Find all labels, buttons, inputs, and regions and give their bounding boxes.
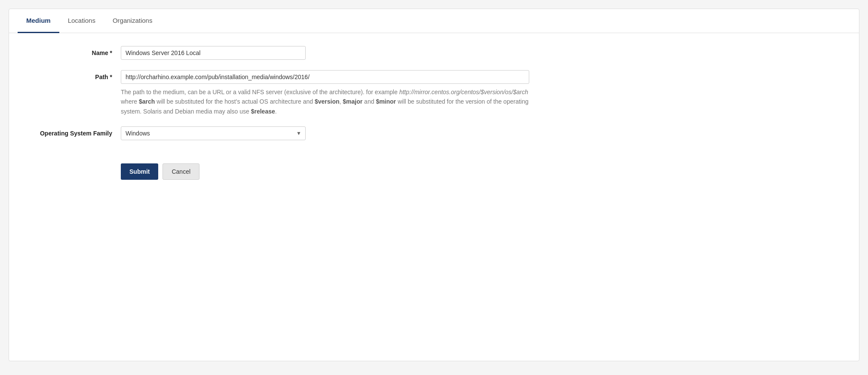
path-row: Path * The path to the medium, can be a …	[26, 70, 842, 116]
cancel-button[interactable]: Cancel	[163, 163, 199, 180]
form-actions: Submit Cancel	[26, 151, 842, 188]
os-family-select-wrapper: Altlinux Arch Coreos Debian Freebsd Gent…	[121, 126, 306, 140]
tab-medium[interactable]: Medium	[18, 9, 59, 33]
os-family-select[interactable]: Altlinux Arch Coreos Debian Freebsd Gent…	[121, 126, 306, 140]
os-family-field: Altlinux Arch Coreos Debian Freebsd Gent…	[121, 126, 842, 140]
path-label: Path *	[26, 70, 121, 80]
os-family-label: Operating System Family	[26, 126, 121, 137]
path-input[interactable]	[121, 70, 529, 84]
name-input[interactable]	[121, 46, 306, 60]
page-container: Medium Locations Organizations Name * Pa…	[9, 9, 859, 361]
tabs-bar: Medium Locations Organizations	[9, 9, 859, 33]
name-row: Name *	[26, 46, 842, 60]
tab-locations[interactable]: Locations	[59, 9, 104, 33]
name-label: Name *	[26, 46, 121, 56]
os-family-row: Operating System Family Altlinux Arch Co…	[26, 126, 842, 140]
name-field	[121, 46, 842, 60]
path-help-text: The path to the medium, can be a URL or …	[121, 87, 529, 116]
path-field: The path to the medium, can be a URL or …	[121, 70, 842, 116]
tab-organizations[interactable]: Organizations	[104, 9, 161, 33]
submit-button[interactable]: Submit	[121, 163, 158, 180]
form-container: Name * Path * The path to the medium, ca…	[9, 33, 859, 201]
